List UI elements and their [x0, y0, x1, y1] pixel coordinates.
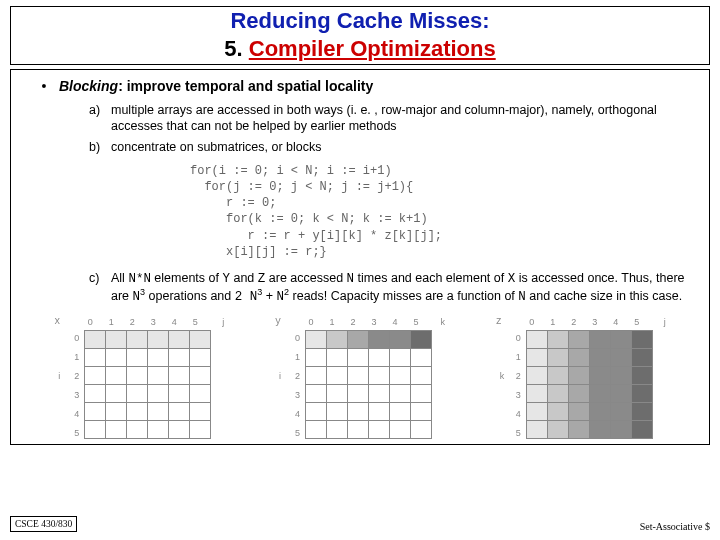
grid-y-top-right: k [440, 317, 445, 327]
grid-z-rownums: 012345 [516, 331, 521, 441]
title-box: Reducing Cache Misses: 5. Compiler Optim… [10, 6, 710, 65]
item-a-marker: a) [89, 102, 111, 135]
grid-x: x j i 012345 012345 [54, 316, 224, 436]
item-a-text: multiple arrays are accessed in both way… [111, 102, 691, 135]
title-line2-text: Compiler Optimizations [249, 36, 496, 61]
item-a: a) multiple arrays are accessed in both … [89, 102, 691, 135]
grid-x-colnums: 012345 [84, 317, 201, 327]
code-block: for(i := 0; i < N; i := i+1) for(j := 0;… [190, 163, 530, 260]
item-b-marker: b) [89, 139, 111, 155]
bullet-text: Blocking: improve temporal and spatial l… [59, 78, 691, 94]
grid-y-side: i [279, 371, 281, 381]
grid-z-side: k [500, 371, 505, 381]
bullet-rest: : improve temporal and spatial locality [118, 78, 373, 94]
grid-y-colnums: 012345 [305, 317, 422, 327]
title-line1: Reducing Cache Misses: [19, 7, 701, 35]
item-b-text: concentrate on submatrices, or blocks [111, 139, 691, 155]
grid-z-table [526, 330, 653, 439]
grid-x-side: i [58, 371, 60, 381]
grid-x-rownums: 012345 [74, 331, 79, 441]
title-line2: 5. Compiler Optimizations [19, 35, 701, 63]
content-box: • Blocking: improve temporal and spatial… [10, 69, 710, 445]
grid-y-table [305, 330, 432, 439]
bullet-blocking: • Blocking: improve temporal and spatial… [29, 78, 691, 94]
grid-y-label: y [275, 316, 281, 327]
item-c-marker: c) [89, 270, 111, 306]
grid-z-label: z [496, 316, 502, 327]
title-num: 5. [224, 36, 242, 61]
bullet-term: Blocking [59, 78, 118, 94]
grids-row: x j i 012345 012345 y k i 012345 012345 [29, 316, 691, 436]
sub-list-c: c) All N*N elements of Y and Z are acces… [89, 270, 691, 306]
grid-z-top-right: j [664, 317, 666, 327]
grid-x-top-right: j [222, 317, 224, 327]
item-c-text: All N*N elements of Y and Z are accessed… [111, 270, 691, 306]
grid-x-table [84, 330, 211, 439]
item-b: b) concentrate on submatrices, or blocks [89, 139, 691, 155]
sub-list: a) multiple arrays are accessed in both … [89, 102, 691, 155]
bullet-marker: • [29, 78, 59, 94]
grid-z-colnums: 012345 [526, 317, 643, 327]
grid-y-rownums: 012345 [295, 331, 300, 441]
footer-right: Set-Associative $ [640, 521, 710, 532]
grid-z: z j k 012345 012345 [496, 316, 666, 436]
footer-left: CSCE 430/830 [10, 516, 77, 532]
grid-x-label: x [54, 316, 60, 327]
item-c: c) All N*N elements of Y and Z are acces… [89, 270, 691, 306]
grid-y: y k i 012345 012345 [275, 316, 445, 436]
